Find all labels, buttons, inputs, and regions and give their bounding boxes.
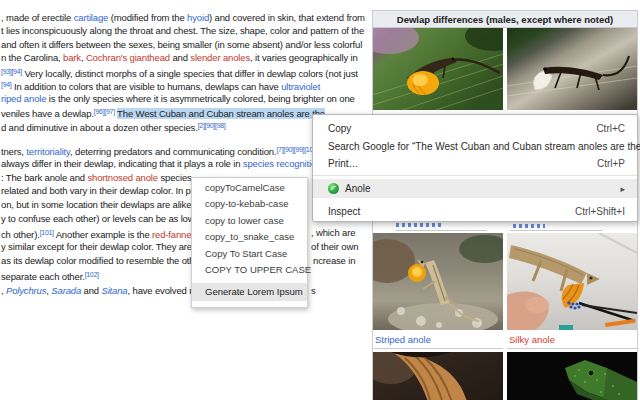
text-line: : The bark anole and shortnosed anole sp… <box>1 172 192 183</box>
text-line: [94] In addition to colors that are visi… <box>1 79 320 92</box>
figure-image-green-anole[interactable] <box>507 352 637 400</box>
wiki-link[interactable]: slender anoles <box>190 52 250 63</box>
caption-link-striped-anole[interactable]: Striped anole <box>375 333 431 346</box>
submenu-item-copytocamelcase[interactable]: copyToCamelCase <box>192 180 307 196</box>
menu-separator <box>313 175 637 176</box>
caption-divider <box>395 230 487 231</box>
menu-item-label: Search Google for “The West Cuban and Cu… <box>328 141 640 152</box>
text-line: n the Carolina, bark, Cochran's gianthea… <box>1 52 358 63</box>
submenu-arrow-icon: ▸ <box>620 184 625 194</box>
text-line: always differ in their dewlap, indicatin… <box>1 158 321 169</box>
text-line: [93][94] Very locally, distinct morphs o… <box>1 66 358 79</box>
text-line: d and diminutive in about a dozen other … <box>1 120 226 133</box>
wiki-link[interactable]: cartilage <box>74 12 109 23</box>
menu-item-label: Copy <box>328 123 351 134</box>
anole-extension-icon <box>328 183 339 194</box>
text-line: y similar except for their dewlap color.… <box>1 241 200 252</box>
menu-item-label: Print… <box>328 158 359 169</box>
wiki-link[interactable]: Polychrus <box>6 285 46 296</box>
text-line: separate each other.[102] <box>1 269 99 282</box>
caption-link-silky-anole[interactable]: Silky anole <box>509 333 555 346</box>
submenu-item-copy-to-lower-case[interactable]: copy to lower case <box>192 213 307 229</box>
figure-image-striped-anole[interactable] <box>373 233 503 330</box>
wiki-link[interactable]: Sitana <box>101 285 127 296</box>
wiki-link[interactable]: riped anole <box>1 93 46 104</box>
menu-item-search-google[interactable]: Search Google for “The West Cuban and Cu… <box>313 138 637 155</box>
wiki-link[interactable]: bark <box>63 52 81 63</box>
wiki-link[interactable]: shortnosed anole <box>87 172 158 183</box>
wiki-link[interactable]: species recognition <box>243 158 321 169</box>
text-line: , Polychrus, Sarada and Sitana, have evo… <box>1 285 197 296</box>
text-line: as its dewlap color modified to resemble… <box>1 255 200 266</box>
anole-extension-submenu: copyToCamelCasecopy-to-kebab-casecopy to… <box>191 177 308 308</box>
submenu-item-generate-lorem-ipsum[interactable]: Generate Lorem Ipsum <box>192 283 307 301</box>
wiki-link[interactable]: ultraviolet <box>281 81 320 92</box>
text-line: , made of erectile cartilage (modified f… <box>1 12 365 23</box>
text-line: tners, territoriality, deterring predato… <box>1 144 318 157</box>
wiki-link[interactable]: Sarada <box>51 285 81 296</box>
menu-item-print[interactable]: Print…Ctrl+P <box>313 155 637 172</box>
caption-divider <box>507 348 637 349</box>
submenu-item-copy-to-upper-case[interactable]: COPY TO UPPER CASE <box>192 262 307 278</box>
figure-image-white-dewlap-log[interactable] <box>507 28 637 110</box>
menu-shortcut: Ctrl+P <box>597 158 625 169</box>
menu-item-copy[interactable]: CopyCtrl+C <box>313 119 637 138</box>
menu-shortcut: Ctrl+Shift+I <box>575 206 625 217</box>
selected-text: The West Cuban and Cuban stream anoles a… <box>117 108 325 119</box>
text-line: t lies inconspicuously along the throat … <box>1 25 364 36</box>
wiki-link[interactable]: red-fanned <box>152 229 196 240</box>
menu-item-label: Inspect <box>328 206 360 217</box>
text-line: veniles have a dewlap.[96][97] The West … <box>1 106 325 119</box>
text-line: related and both vary in their dewlap co… <box>1 185 193 196</box>
wiki-link[interactable]: hyoid <box>187 12 209 23</box>
figure-image-orange-dewlap-leaf[interactable] <box>373 28 503 110</box>
wiki-link[interactable]: Cochran's gianthead <box>86 52 170 63</box>
submenu-item-copy-to-kebab-case[interactable]: copy-to-kebab-case <box>192 196 307 212</box>
menu-item-inspect[interactable]: InspectCtrl+Shift+I <box>313 202 637 220</box>
caption-divider <box>373 348 503 349</box>
menu-item-label: Anole <box>345 183 371 194</box>
context-menu: CopyCtrl+CSearch Google for “The West Cu… <box>312 114 638 222</box>
figure-panel-title: Dewlap differences (males, except where … <box>373 11 637 28</box>
figure-image-silky-anole[interactable] <box>507 233 637 330</box>
browser-page: , made of erectile cartilage (modified f… <box>0 0 640 400</box>
menu-shortcut: Ctrl+C <box>596 123 625 134</box>
text-line: on, but in some location their dewlaps a… <box>1 199 194 210</box>
text-line: ch other).[101] Another example is the r… <box>1 227 197 240</box>
text-line: riped anole is the only species where it… <box>1 93 355 104</box>
clipped-caption-fragment <box>396 223 442 227</box>
menu-item-anole[interactable]: Anole▸ <box>313 179 637 198</box>
submenu-item-copy-to-snake-case[interactable]: copy_to_snake_case <box>192 229 307 245</box>
wiki-link[interactable]: territoriality <box>26 146 70 157</box>
clipped-caption-fragment <box>513 224 545 228</box>
caption-divider <box>510 230 603 231</box>
text-line: and often it differs between the sexes, … <box>1 39 362 50</box>
text-line: y to confuse each other) or levels can b… <box>1 213 194 224</box>
submenu-item-copy-to-start-case[interactable]: Copy To Start Case <box>192 246 307 262</box>
figure-image-dewlap-closeup[interactable] <box>373 352 503 400</box>
